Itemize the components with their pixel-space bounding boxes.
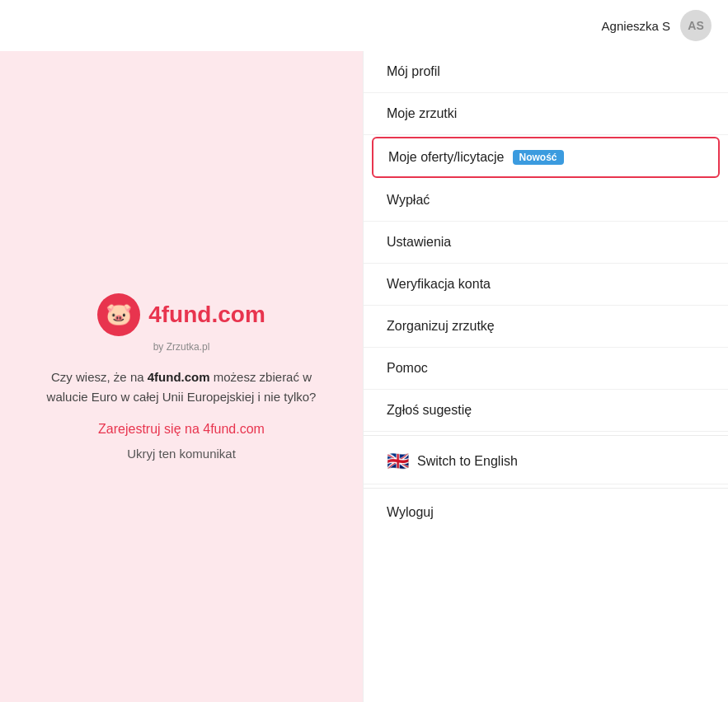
top-bar: Agnieszka S AS	[0, 0, 728, 51]
sidebar-item-switch-language[interactable]: 🇬🇧 Switch to English	[364, 439, 728, 484]
badge-new: Nowość	[513, 150, 564, 165]
username: Agnieszka S	[602, 19, 670, 33]
avatar[interactable]: AS	[680, 10, 712, 41]
sidebar-item-profil[interactable]: Mój profil	[364, 51, 728, 93]
logo-area: 🐷 4fund.com	[97, 293, 265, 336]
hide-link[interactable]: Ukryj ten komunikat	[127, 447, 236, 461]
sidebar-item-weryfikacja[interactable]: Weryfikacja konta	[364, 264, 728, 306]
sidebar-item-logout[interactable]: Wyloguj	[364, 492, 728, 533]
promo-text: Czy wiesz, że na 4fund.com możesz zbiera…	[41, 367, 322, 407]
sidebar-item-zorganizuj[interactable]: Zorganizuj zrzutkę	[364, 306, 728, 348]
register-link[interactable]: Zarejestruj się na 4fund.com	[98, 422, 265, 437]
sidebar-item-ustawienia[interactable]: Ustawienia	[364, 222, 728, 264]
menu-divider-2	[364, 488, 728, 489]
sidebar-item-pomoc[interactable]: Pomoc	[364, 348, 728, 390]
logo-sub: by Zrzutka.pl	[153, 341, 210, 353]
right-panel: Mój profil Moje zrzutki Moje oferty/licy…	[363, 51, 728, 702]
piggy-bank-icon: 🐷	[97, 293, 140, 336]
sidebar-item-sugestia[interactable]: Zgłoś sugestię	[364, 390, 728, 432]
left-panel: 🐷 4fund.com by Zrzutka.pl Czy wiesz, że …	[0, 51, 363, 702]
sidebar-item-zrzutki[interactable]: Moje zrzutki	[364, 93, 728, 135]
sidebar-item-oferty[interactable]: Moje oferty/licytacje Nowość	[372, 137, 720, 178]
svg-text:🐷: 🐷	[106, 301, 133, 327]
main-area: 🐷 4fund.com by Zrzutka.pl Czy wiesz, że …	[0, 51, 728, 702]
sidebar-item-wyplac[interactable]: Wypłać	[364, 180, 728, 222]
menu-divider	[364, 435, 728, 436]
logo-text: 4fund.com	[148, 302, 265, 328]
uk-flag-icon: 🇬🇧	[387, 452, 409, 470]
